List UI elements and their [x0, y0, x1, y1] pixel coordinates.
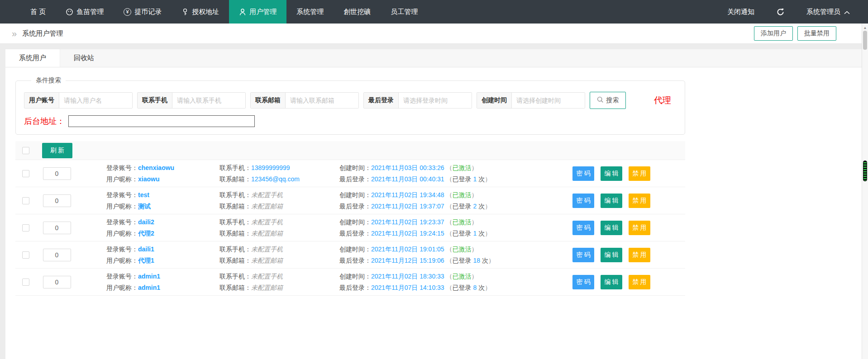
nickname-value[interactable]: 代理1	[138, 257, 154, 264]
time-cell: 创建时间：2021年11月02日 18:30:33 （已激活） 最后登录：202…	[339, 271, 570, 293]
row-checkbox[interactable]	[22, 224, 29, 231]
account-value[interactable]: test	[138, 191, 149, 198]
field-phone-label: 联系手机	[138, 93, 172, 108]
scrollbar-green-marker	[863, 161, 867, 181]
account-cell: 登录账号：daili2 用户昵称：代理2	[106, 217, 219, 239]
edit-button[interactable]: 编辑	[601, 248, 622, 262]
disable-button[interactable]: 禁用	[629, 275, 650, 289]
account-value[interactable]: chenxiaowu	[138, 164, 174, 171]
backend-address-label: 后台地址：	[24, 116, 65, 127]
scrollbar-thumb[interactable]	[863, 31, 867, 50]
account-value[interactable]: admin1	[138, 273, 160, 280]
last-login-input[interactable]	[399, 93, 472, 108]
scrollbar-up-icon[interactable]: ▲	[862, 24, 868, 30]
close-notice-link[interactable]: 关闭通知	[727, 8, 754, 16]
sort-cell	[35, 194, 78, 207]
nav-item-staff-management[interactable]: 员工管理	[381, 0, 428, 24]
account-label: 登录账号：	[106, 218, 138, 226]
yen-icon: ¥	[124, 8, 131, 16]
nav-item-withdraw-records[interactable]: ¥ 提币记录	[114, 0, 172, 24]
key-icon	[181, 8, 189, 16]
backend-address-input[interactable]	[68, 115, 255, 127]
password-button[interactable]: 密码	[572, 275, 594, 289]
phone-label: 联系手机：	[219, 273, 251, 280]
top-navbar: 首 页 鱼苗管理 ¥ 提币记录 授权地址 用户管理 系统管理 創世挖礦 员工管理…	[0, 0, 868, 24]
add-user-button[interactable]: 添加用户	[754, 26, 793, 41]
refresh-button[interactable]: 刷新	[42, 143, 72, 158]
username-input[interactable]	[59, 93, 132, 108]
field-last-login-label: 最后登录	[364, 93, 399, 108]
sort-cell	[35, 276, 78, 288]
table-row: 登录账号：test 用户昵称：测试 联系手机：未配置手机 联系邮箱：未配置邮箱 …	[15, 187, 685, 214]
select-all-checkbox[interactable]	[22, 147, 29, 154]
disable-button[interactable]: 禁用	[629, 221, 650, 235]
row-phone: 未配置手机	[251, 273, 283, 280]
refresh-icon[interactable]	[776, 8, 785, 16]
password-button[interactable]: 密码	[572, 248, 594, 262]
search-button[interactable]: 搜索	[590, 92, 626, 109]
vertical-scrollbar[interactable]: ▲	[862, 24, 868, 359]
row-checkbox[interactable]	[22, 170, 29, 177]
page-title: 系统用户管理	[22, 29, 63, 38]
create-time-input[interactable]	[512, 93, 585, 108]
sort-input[interactable]	[43, 167, 71, 180]
password-button[interactable]: 密码	[572, 166, 594, 181]
actions-cell: 密码 编辑 禁用	[572, 221, 650, 235]
row-checkbox[interactable]	[22, 279, 29, 286]
row-checkbox[interactable]	[22, 197, 29, 204]
disable-button[interactable]: 禁用	[629, 166, 650, 181]
created-value: 2021年11月02日 19:23:37	[371, 218, 444, 226]
nickname-value[interactable]: 代理2	[138, 230, 154, 237]
sort-input[interactable]	[43, 194, 71, 207]
nickname-value[interactable]: admin1	[138, 284, 160, 291]
user-icon	[239, 8, 246, 16]
chevron-up-icon	[844, 8, 850, 16]
account-value[interactable]: daili1	[138, 246, 154, 253]
disable-button[interactable]: 禁用	[629, 194, 650, 208]
edit-button[interactable]: 编辑	[601, 194, 622, 208]
nickname-value[interactable]: 测试	[138, 203, 151, 210]
contact-cell: 联系手机：未配置手机 联系邮箱：未配置邮箱	[219, 271, 339, 293]
backend-address-row: 后台地址：	[24, 115, 677, 127]
nav-item-authorized-address[interactable]: 授权地址	[172, 0, 229, 24]
row-phone: 未配置手机	[251, 218, 283, 226]
paren: （	[446, 273, 453, 280]
nav-item-label: 授权地址	[192, 8, 219, 16]
activated-badge: 已激活	[453, 218, 472, 226]
edit-button[interactable]: 编辑	[601, 221, 622, 235]
time-cell: 创建时间：2021年11月02日 19:34:48 （已激活） 最后登录：202…	[339, 189, 570, 212]
user-menu[interactable]: 系统管理员	[806, 8, 850, 16]
email-input[interactable]	[286, 93, 358, 108]
row-phone: 未配置手机	[251, 191, 283, 198]
nav-item-fry-management[interactable]: 鱼苗管理	[56, 0, 114, 24]
login-count-prefix: 已登录	[453, 230, 472, 237]
phone-input[interactable]	[172, 93, 245, 108]
sort-input[interactable]	[43, 249, 71, 261]
nav-item-genesis-mining[interactable]: 創世挖礦	[334, 0, 381, 24]
tab-system-users[interactable]: 系统用户	[5, 49, 60, 67]
row-checkbox[interactable]	[22, 251, 29, 259]
sort-cell	[35, 167, 78, 180]
edit-button[interactable]: 编辑	[601, 166, 622, 181]
batch-disable-button[interactable]: 批量禁用	[797, 26, 836, 41]
disable-button[interactable]: 禁用	[629, 248, 650, 262]
paren: （	[446, 246, 453, 253]
login-count-suffix: 次	[478, 230, 485, 237]
nickname-label: 用户昵称：	[106, 257, 138, 264]
password-button[interactable]: 密码	[572, 194, 594, 208]
nav-item-label: 創世挖礦	[343, 8, 371, 16]
nav-item-user-management[interactable]: 用户管理	[229, 0, 286, 24]
password-button[interactable]: 密码	[572, 221, 594, 235]
sort-input[interactable]	[43, 276, 71, 288]
nickname-value[interactable]: xiaowu	[138, 175, 159, 183]
paren: ）	[485, 230, 491, 237]
login-count-suffix: 次	[478, 175, 485, 183]
tab-recycle-bin[interactable]: 回收站	[60, 49, 108, 67]
nav-item-home[interactable]: 首 页	[20, 0, 56, 24]
login-count-value: 8	[473, 284, 477, 291]
nav-item-system-management[interactable]: 系统管理	[286, 0, 334, 24]
phone-label: 联系手机：	[219, 246, 251, 253]
account-value[interactable]: daili2	[138, 218, 154, 226]
sort-input[interactable]	[43, 222, 71, 234]
edit-button[interactable]: 编辑	[601, 275, 622, 289]
